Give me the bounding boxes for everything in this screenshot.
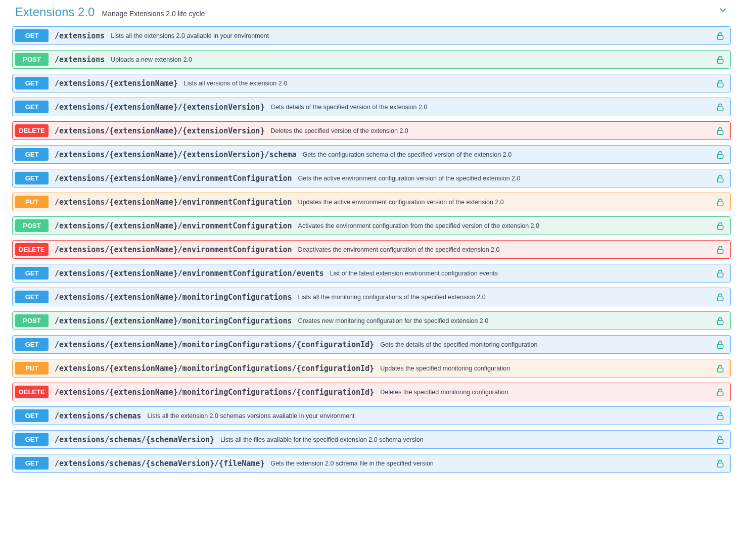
- operation-summary: Gets the extension 2.0 schema file in th…: [270, 460, 433, 467]
- method-badge: POST: [15, 314, 49, 327]
- method-badge: GET: [15, 433, 49, 446]
- operation-row[interactable]: POST/extensions/{extensionName}/monitori…: [12, 311, 731, 330]
- operation-row[interactable]: GET/extensions/{extensionName}/{extensio…: [12, 98, 731, 116]
- operation-summary: Activates the environment configuration …: [298, 222, 539, 229]
- operation-path: /extensions/{extensionName}/environmentC…: [55, 221, 292, 230]
- section-title: Extensions 2.0: [15, 5, 95, 19]
- unlock-icon[interactable]: [715, 125, 725, 136]
- svg-rect-5: [717, 154, 723, 158]
- operation-row[interactable]: DELETE/extensions/{extensionName}/enviro…: [12, 240, 731, 259]
- method-badge: GET: [15, 409, 49, 422]
- unlock-icon[interactable]: [715, 149, 725, 160]
- svg-rect-12: [717, 320, 723, 324]
- operation-summary: Lists all the extension 2.0 schemas vers…: [148, 412, 355, 419]
- svg-rect-15: [717, 392, 723, 396]
- svg-rect-4: [717, 130, 723, 134]
- operation-summary: List of the latest extension environment…: [330, 270, 498, 277]
- operation-row[interactable]: GET/extensionsLists all the extensions 2…: [12, 26, 731, 45]
- unlock-icon[interactable]: [715, 434, 725, 445]
- operation-summary: Gets details of the specified version of…: [270, 104, 427, 111]
- operation-row[interactable]: PUT/extensions/{extensionName}/environme…: [12, 193, 731, 211]
- operation-row[interactable]: GET/extensions/{extensionName}Lists all …: [12, 74, 731, 92]
- operation-path: /extensions/schemas: [55, 411, 142, 421]
- operation-path: /extensions/{extensionName}: [55, 79, 178, 88]
- section-description: Manage Extensions 2.0 life cycle: [102, 10, 205, 18]
- operation-path: /extensions/{extensionName}/environmentC…: [55, 174, 292, 183]
- method-badge: DELETE: [15, 386, 49, 398]
- svg-rect-9: [717, 249, 723, 253]
- svg-rect-16: [717, 415, 723, 419]
- operation-row[interactable]: GET/extensions/{extensionName}/monitorin…: [12, 335, 731, 354]
- method-badge: DELETE: [15, 243, 49, 256]
- operation-path: /extensions/schemas/{schemaVersion}: [55, 435, 214, 444]
- operation-row[interactable]: GET/extensions/{extensionName}/monitorin…: [12, 288, 731, 306]
- unlock-icon[interactable]: [715, 268, 725, 279]
- method-badge: DELETE: [15, 124, 49, 137]
- unlock-icon[interactable]: [715, 173, 725, 184]
- operation-path: /extensions: [55, 55, 105, 64]
- method-badge: GET: [15, 291, 49, 303]
- unlock-icon[interactable]: [715, 292, 725, 303]
- method-badge: PUT: [15, 196, 49, 208]
- chevron-down-icon[interactable]: [718, 5, 728, 15]
- svg-rect-17: [717, 439, 723, 443]
- method-badge: GET: [15, 267, 49, 279]
- operation-path: /extensions/{extensionName}/{extensionVe…: [55, 103, 264, 112]
- unlock-icon[interactable]: [715, 339, 725, 350]
- unlock-icon[interactable]: [715, 54, 725, 65]
- svg-rect-3: [717, 107, 723, 111]
- operations-list: GET/extensionsLists all the extensions 2…: [12, 26, 731, 473]
- unlock-icon[interactable]: [715, 102, 725, 113]
- operation-row[interactable]: DELETE/extensions/{extensionName}/monito…: [12, 383, 731, 401]
- svg-rect-1: [717, 59, 723, 63]
- operation-path: /extensions/{extensionName}/monitoringCo…: [55, 316, 292, 325]
- operation-summary: Creates new monitoring configuration for…: [298, 317, 489, 324]
- method-badge: GET: [15, 148, 49, 161]
- method-badge: GET: [15, 172, 49, 184]
- unlock-icon[interactable]: [715, 78, 725, 89]
- operation-path: /extensions/{extensionName}/environmentC…: [55, 269, 324, 278]
- operation-summary: Deactivates the environment configuratio…: [298, 246, 500, 253]
- operation-row[interactable]: DELETE/extensions/{extensionName}/{exten…: [12, 121, 731, 140]
- unlock-icon[interactable]: [715, 197, 725, 208]
- operation-row[interactable]: PUT/extensions/{extensionName}/monitorin…: [12, 359, 731, 378]
- operation-row[interactable]: GET/extensions/{extensionName}/environme…: [12, 264, 731, 283]
- svg-rect-14: [717, 368, 723, 372]
- unlock-icon[interactable]: [715, 315, 725, 326]
- method-badge: POST: [15, 219, 49, 232]
- svg-rect-2: [717, 83, 723, 87]
- method-badge: PUT: [15, 362, 49, 375]
- operation-row[interactable]: GET/extensions/schemas/{schemaVersion}/{…: [12, 454, 731, 473]
- unlock-icon[interactable]: [715, 30, 725, 41]
- operation-path: /extensions/{extensionName}/monitoringCo…: [55, 364, 374, 373]
- svg-rect-11: [717, 297, 723, 301]
- unlock-icon[interactable]: [715, 410, 725, 422]
- method-badge: POST: [15, 53, 49, 66]
- operation-row[interactable]: GET/extensions/schemas/{schemaVersion}Li…: [12, 430, 731, 449]
- operation-summary: Gets the active environment configuratio…: [298, 175, 521, 182]
- operation-row[interactable]: GET/extensions/{extensionName}/{extensio…: [12, 145, 731, 164]
- svg-rect-10: [717, 273, 723, 277]
- svg-rect-8: [717, 225, 723, 229]
- operation-path: /extensions/schemas/{schemaVersion}/{fil…: [55, 459, 264, 468]
- unlock-icon[interactable]: [715, 244, 725, 255]
- operation-row[interactable]: POST/extensionsUploads a new extension 2…: [12, 50, 731, 69]
- unlock-icon[interactable]: [715, 387, 725, 398]
- operation-summary: Uploads a new extension 2.0: [111, 56, 192, 63]
- unlock-icon[interactable]: [715, 458, 725, 469]
- operation-row[interactable]: GET/extensions/schemasLists all the exte…: [12, 406, 731, 425]
- svg-rect-7: [717, 202, 723, 206]
- method-badge: GET: [15, 338, 49, 351]
- operation-row[interactable]: GET/extensions/{extensionName}/environme…: [12, 169, 731, 188]
- operation-summary: Deletes the specified monitoring configu…: [380, 389, 508, 396]
- unlock-icon[interactable]: [715, 220, 725, 231]
- section-header[interactable]: Extensions 2.0 Manage Extensions 2.0 lif…: [12, 0, 731, 26]
- method-badge: GET: [15, 29, 49, 42]
- operation-row[interactable]: POST/extensions/{extensionName}/environm…: [12, 216, 731, 235]
- operation-summary: Updates the active environment configura…: [298, 199, 504, 206]
- operation-path: /extensions/{extensionName}/{extensionVe…: [55, 150, 297, 159]
- operation-path: /extensions/{extensionName}/environmentC…: [55, 198, 292, 207]
- operation-summary: Updates the specified monitoring configu…: [380, 365, 510, 372]
- operation-path: /extensions/{extensionName}/monitoringCo…: [55, 388, 374, 397]
- unlock-icon[interactable]: [715, 363, 725, 374]
